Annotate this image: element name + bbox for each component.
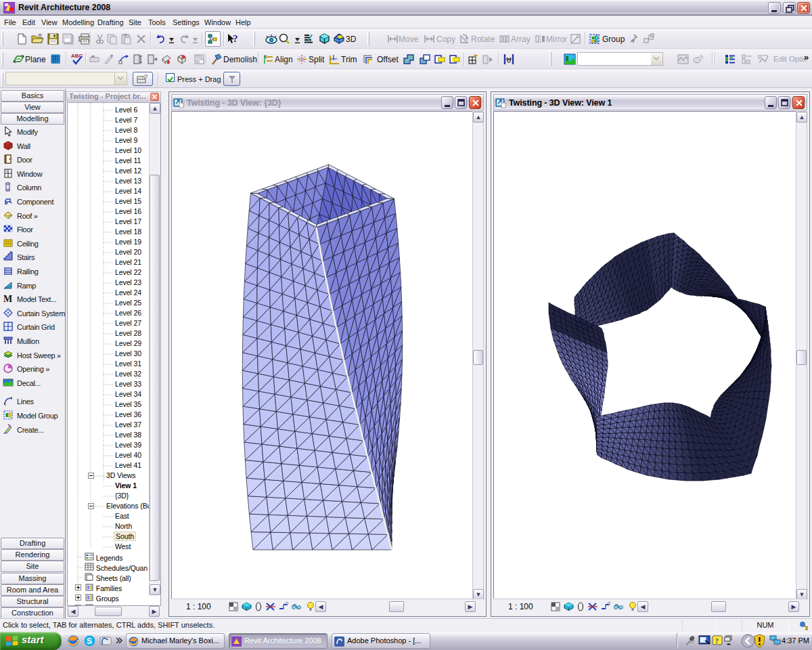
svg-text:?: ?	[715, 636, 719, 645]
svg-text:S: S	[87, 636, 92, 646]
svg-text:?: ?	[233, 33, 238, 44]
svg-text:M: M	[3, 294, 12, 304]
